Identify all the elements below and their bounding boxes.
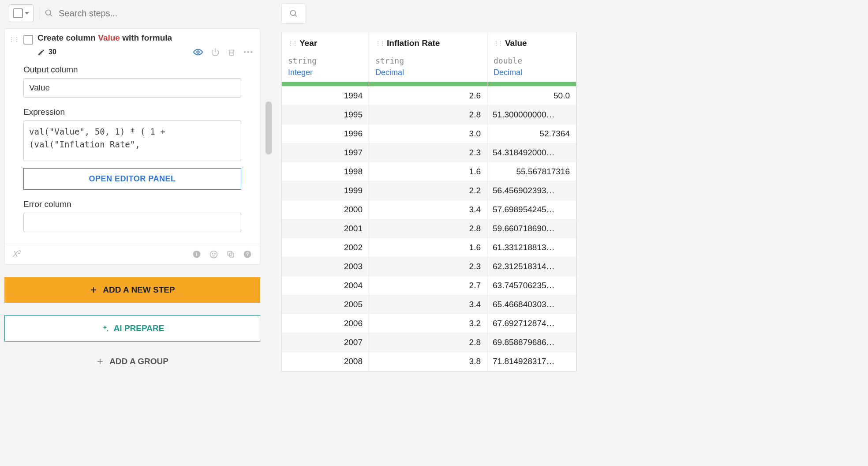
eye-icon[interactable]: [193, 47, 203, 57]
column-quality-bar: [369, 82, 487, 86]
table-cell[interactable]: 2000: [282, 200, 369, 219]
output-column-label: Output column: [23, 65, 241, 75]
table-cell[interactable]: 3.8: [369, 352, 487, 371]
svg-point-17: [291, 11, 296, 16]
error-column-input[interactable]: [23, 213, 241, 232]
table-cell[interactable]: 2.3: [369, 143, 487, 162]
search-input[interactable]: [59, 8, 258, 19]
table-cell[interactable]: 1995: [282, 105, 369, 124]
table-cell[interactable]: 1998: [282, 162, 369, 181]
open-editor-button[interactable]: OPEN EDITOR PANEL: [23, 168, 241, 190]
table-cell[interactable]: 2005: [282, 295, 369, 314]
expression-input[interactable]: [23, 120, 241, 161]
column-quality-bar: [282, 82, 369, 86]
more-icon[interactable]: •••: [243, 48, 254, 56]
column-drag-icon[interactable]: ⋮⋮: [288, 40, 297, 46]
edit-icon[interactable]: [37, 48, 45, 56]
select-all-dropdown[interactable]: [9, 4, 34, 22]
table-cell[interactable]: 1999: [282, 181, 369, 200]
column-type: string: [282, 54, 369, 67]
column-header-inflation-rate[interactable]: ⋮⋮ Inflation Rate: [369, 32, 487, 54]
svg-text:i: i: [196, 251, 197, 257]
table-cell[interactable]: 2008: [282, 352, 369, 371]
expression-label: Expression: [23, 107, 241, 117]
table-cell[interactable]: 2002: [282, 238, 369, 257]
table-cell[interactable]: 52.7364: [487, 124, 576, 143]
table-cell[interactable]: 61.331218813…: [487, 238, 576, 257]
column-type: double: [487, 54, 576, 67]
column-drag-icon[interactable]: ⋮⋮: [494, 40, 502, 46]
add-group-button[interactable]: ADD A GROUP: [4, 350, 260, 372]
left-panel: ⋮⋮ Create column Value with formula 30: [0, 0, 265, 466]
table-cell[interactable]: 55.567817316: [487, 162, 576, 181]
column-header-year[interactable]: ⋮⋮ Year: [282, 32, 369, 54]
table-cell[interactable]: 54.318492000…: [487, 143, 576, 162]
table-cell[interactable]: 2.8: [369, 219, 487, 238]
table-cell[interactable]: 1996: [282, 124, 369, 143]
table-cell[interactable]: 2.6: [369, 86, 487, 105]
table-cell[interactable]: 56.456902393…: [487, 181, 576, 200]
help-icon[interactable]: ?: [243, 250, 252, 259]
column-meaning[interactable]: Decimal: [369, 67, 487, 82]
step-header: ⋮⋮ Create column Value with formula 30: [5, 29, 260, 60]
column-meaning[interactable]: Decimal: [487, 67, 576, 82]
table-cell[interactable]: 51.300000000…: [487, 105, 576, 124]
output-column-input[interactable]: [23, 78, 241, 98]
column-header-value[interactable]: ⋮⋮ Value: [487, 32, 576, 54]
grip-icon: [266, 101, 272, 154]
formula-icon[interactable]: X2: [13, 249, 21, 259]
table-cell[interactable]: 62.312518314…: [487, 257, 576, 276]
copy-icon[interactable]: [226, 250, 235, 259]
ai-prepare-button[interactable]: AI PREPARE: [4, 315, 260, 342]
table-cell[interactable]: 65.466840303…: [487, 295, 576, 314]
svg-point-6: [210, 251, 217, 258]
svg-line-1: [50, 15, 52, 16]
step-checkbox[interactable]: [23, 35, 33, 45]
table-cell[interactable]: 67.692712874…: [487, 314, 576, 333]
table-cell[interactable]: 50.0: [487, 86, 576, 105]
add-step-button[interactable]: ADD A NEW STEP: [4, 277, 260, 303]
panel-resize-handle[interactable]: [265, 0, 273, 466]
table-cell[interactable]: 59.660718690…: [487, 219, 576, 238]
table-cell[interactable]: 1.6: [369, 162, 487, 181]
column-meaning[interactable]: Integer: [282, 67, 369, 82]
error-column-label: Error column: [23, 199, 241, 209]
table-cell[interactable]: 1994: [282, 86, 369, 105]
table-cell[interactable]: 2001: [282, 219, 369, 238]
step-footer: X2 i ?: [5, 244, 260, 264]
trash-icon[interactable]: [228, 48, 236, 56]
step-card: ⋮⋮ Create column Value with formula 30: [4, 28, 260, 265]
table-cell[interactable]: 3.2: [369, 314, 487, 333]
right-panel: ⋮⋮ Year⋮⋮ Inflation Rate⋮⋮ Valuestringst…: [273, 0, 868, 466]
table-cell[interactable]: 3.4: [369, 295, 487, 314]
search-icon: [45, 9, 53, 18]
svg-text:?: ?: [246, 252, 249, 257]
table-cell[interactable]: 2.7: [369, 276, 487, 295]
table-cell[interactable]: 1.6: [369, 238, 487, 257]
table-cell[interactable]: 69.858879686…: [487, 333, 576, 352]
table-cell[interactable]: 2007: [282, 333, 369, 352]
table-cell[interactable]: 2.3: [369, 257, 487, 276]
table-cell[interactable]: 2.8: [369, 333, 487, 352]
comment-icon[interactable]: [209, 250, 218, 259]
data-table: ⋮⋮ Year⋮⋮ Inflation Rate⋮⋮ Valuestringst…: [281, 32, 577, 372]
table-cell[interactable]: 71.814928317…: [487, 352, 576, 371]
column-drag-icon[interactable]: ⋮⋮: [375, 40, 384, 46]
table-cell[interactable]: 57.698954245…: [487, 200, 576, 219]
table-cell[interactable]: 2004: [282, 276, 369, 295]
table-cell[interactable]: 2003: [282, 257, 369, 276]
step-count: 30: [49, 48, 56, 56]
table-cell[interactable]: 3.0: [369, 124, 487, 143]
topbar-left: [0, 0, 265, 26]
table-cell[interactable]: 2.8: [369, 105, 487, 124]
table-cell[interactable]: 3.4: [369, 200, 487, 219]
table-cell[interactable]: 63.745706235…: [487, 276, 576, 295]
drag-handle-icon[interactable]: ⋮⋮: [8, 33, 19, 43]
power-icon[interactable]: [211, 48, 220, 56]
divider: [39, 7, 39, 19]
table-cell[interactable]: 1997: [282, 143, 369, 162]
table-cell[interactable]: 2006: [282, 314, 369, 333]
table-search-button[interactable]: [281, 4, 306, 24]
table-cell[interactable]: 2.2: [369, 181, 487, 200]
info-icon[interactable]: i: [192, 250, 201, 259]
